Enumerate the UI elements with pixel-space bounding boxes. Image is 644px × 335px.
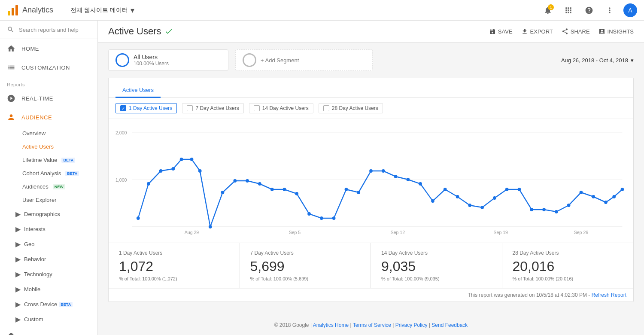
chevron-right-icon: ▶: [15, 225, 21, 233]
property-name: 전체 웹사이트 데이터: [70, 6, 128, 14]
tab-active-users[interactable]: Active Users: [115, 83, 161, 98]
date-range-text: Aug 26, 2018 - Oct 4, 2018: [561, 57, 628, 64]
sidebar-behavior[interactable]: ▶ Behavior: [0, 252, 97, 267]
svg-text:2,000: 2,000: [115, 130, 127, 135]
app-body: Search reports and help HOME CUSTOMIZATI…: [0, 21, 644, 335]
svg-point-47: [542, 208, 546, 211]
svg-point-36: [407, 178, 410, 181]
sidebar-sub-active-users[interactable]: Active Users: [0, 140, 97, 153]
sidebar-demographics-label: Demographics: [24, 211, 60, 217]
main-content: Active Users SAVE EXPORT SHARE: [98, 21, 644, 335]
chart-area: 2,000 1,000 Aug 29 Sep 5 Sep 12 Sep 19 S…: [109, 119, 633, 239]
svg-point-52: [604, 201, 608, 204]
help-button[interactable]: [582, 3, 596, 17]
add-segment-button[interactable]: + Add Segment: [235, 49, 373, 71]
sidebar-sub-user-explorer[interactable]: User Explorer: [0, 193, 97, 207]
date-range-selector[interactable]: Aug 26, 2018 - Oct 4, 2018 ▾: [561, 57, 634, 64]
svg-point-29: [320, 216, 323, 220]
svg-point-17: [180, 158, 183, 161]
stat-7day-pct: % of Total: 100.00% (5,699): [250, 276, 361, 281]
sidebar-lifetime-label: Lifetime Value: [22, 157, 57, 163]
checkbox-28day[interactable]: 28 Day Active Users: [319, 103, 383, 113]
sidebar-mobile-label: Mobile: [24, 286, 40, 292]
refresh-report-link[interactable]: Refresh Report: [592, 292, 626, 298]
segment-info: All Users 100.00% Users: [134, 54, 169, 67]
sidebar-sub-cohort[interactable]: Cohort Analysis BETA: [0, 167, 97, 180]
stat-28day-label: 28 Day Active Users: [513, 250, 623, 256]
footer-terms[interactable]: Terms of Service: [353, 322, 391, 328]
checkbox-1day[interactable]: ✓ 1 Day Active Users: [115, 103, 177, 113]
svg-point-24: [258, 182, 261, 186]
checkbox-7day[interactable]: 7 Day Active Users: [182, 103, 243, 113]
sidebar-item-home[interactable]: HOME: [0, 39, 97, 58]
svg-text:Aug 29: Aug 29: [185, 230, 199, 235]
svg-point-46: [530, 208, 533, 211]
sidebar-interests-label: Interests: [24, 226, 46, 232]
sidebar-item-customization[interactable]: CUSTOMIZATION: [0, 58, 97, 77]
stat-14day-label: 14 Day Active Users: [381, 250, 492, 256]
sidebar-technology[interactable]: ▶ Technology: [0, 267, 97, 282]
sidebar-geo[interactable]: ▶ Geo: [0, 237, 97, 252]
share-label: SHARE: [571, 28, 590, 35]
notifications-button[interactable]: 1: [541, 3, 555, 17]
report-card: Active Users ✓ 1 Day Active Users 7 Day …: [108, 78, 634, 302]
apps-button[interactable]: [562, 3, 575, 17]
sidebar-overview-label: Overview: [22, 130, 46, 137]
stat-28day-pct: % of Total: 100.00% (20,016): [513, 276, 623, 281]
sidebar-item-realtime[interactable]: REAL-TIME: [0, 89, 97, 108]
more-options-button[interactable]: [603, 3, 617, 17]
sidebar-sub-overview[interactable]: Overview: [0, 127, 97, 140]
sidebar-sub-lifetime-value[interactable]: Lifetime Value BETA: [0, 153, 97, 167]
sidebar-home-label: HOME: [21, 46, 39, 52]
insights-label: INSIGHTS: [608, 28, 634, 35]
sidebar-audiences-label: Audiences: [22, 183, 49, 190]
sidebar-interests[interactable]: ▶ Interests: [0, 222, 97, 237]
svg-point-42: [480, 206, 484, 209]
save-label: SAVE: [498, 28, 513, 35]
svg-point-43: [493, 196, 496, 200]
stat-7day-label: 7 Day Active Users: [250, 250, 361, 256]
share-button[interactable]: SHARE: [562, 28, 590, 35]
checkbox-14day-label: 14 Day Active Users: [262, 105, 309, 111]
footer-feedback[interactable]: Send Feedback: [431, 322, 468, 328]
svg-point-28: [307, 212, 311, 216]
segment-percentage: 100.00% Users: [134, 61, 169, 67]
sidebar-item-audience[interactable]: AUDIENCE: [0, 108, 97, 127]
sidebar-behavior-label: Behavior: [24, 256, 46, 262]
user-avatar[interactable]: A: [623, 3, 637, 17]
sidebar-custom[interactable]: ▶ Custom: [0, 312, 97, 327]
sidebar-sub-audiences[interactable]: Audiences NEW: [0, 180, 97, 193]
checkbox-14day[interactable]: 14 Day Active Users: [249, 103, 313, 113]
property-selector[interactable]: 전체 웹사이트 데이터 ▾: [70, 6, 134, 15]
sidebar-search[interactable]: Search reports and help: [0, 21, 97, 39]
svg-point-38: [431, 199, 434, 203]
sidebar-demographics[interactable]: ▶ Demographics: [0, 207, 97, 222]
sidebar-geo-label: Geo: [24, 241, 35, 247]
checkbox-28day-icon: [323, 105, 329, 111]
svg-point-40: [456, 195, 459, 198]
svg-point-50: [580, 191, 583, 194]
sidebar-cross-device[interactable]: ▶ Cross Device BETA: [0, 297, 97, 312]
svg-text:Sep 12: Sep 12: [391, 230, 405, 235]
report-title-text: Active Users: [108, 26, 161, 37]
footer-analytics-home[interactable]: Analytics Home: [313, 322, 349, 328]
svg-point-31: [345, 188, 348, 191]
chevron-right-icon: ▶: [15, 210, 21, 218]
chart-controls: ✓ 1 Day Active Users 7 Day Active Users …: [109, 98, 633, 119]
sidebar-item-discover[interactable]: DISCOVER: [0, 327, 97, 335]
chevron-right-icon: ▶: [15, 315, 21, 323]
svg-point-19: [198, 169, 202, 173]
insights-button[interactable]: INSIGHTS: [598, 28, 634, 35]
chevron-right-icon: ▶: [15, 255, 21, 263]
save-button[interactable]: SAVE: [489, 28, 513, 35]
stats-row: 1 Day Active Users 1,072 % of Total: 100…: [109, 243, 633, 288]
sidebar-mobile[interactable]: ▶ Mobile: [0, 282, 97, 297]
svg-rect-2: [15, 5, 18, 15]
svg-text:1,000: 1,000: [115, 177, 127, 183]
export-button[interactable]: EXPORT: [521, 28, 553, 35]
svg-point-49: [567, 204, 571, 207]
report-actions: SAVE EXPORT SHARE INSIGHTS: [489, 28, 634, 35]
footer-privacy[interactable]: Privacy Policy: [395, 322, 428, 328]
svg-point-13: [137, 216, 140, 220]
svg-point-45: [518, 188, 521, 191]
